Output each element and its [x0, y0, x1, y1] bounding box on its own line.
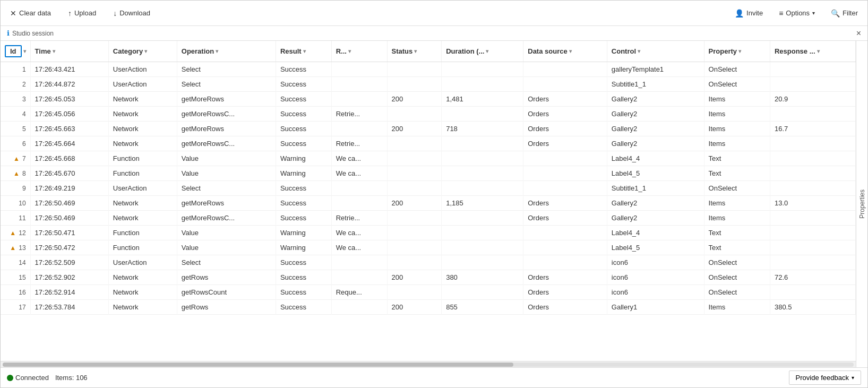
col-id[interactable]: Id ▾: [1, 41, 30, 62]
data-table-wrapper[interactable]: Id ▾ Time ▾: [1, 41, 856, 361]
cell-datasource: [523, 166, 607, 181]
cell-response: [770, 136, 855, 151]
cell-duration: [442, 151, 523, 166]
cell-control: Gallery2: [607, 136, 704, 151]
invite-button[interactable]: 👤 Invite: [732, 7, 766, 20]
table-row[interactable]: 1717:26:53.784NetworkgetRowsSuccess20085…: [1, 300, 856, 315]
cell-datasource: Orders: [523, 211, 607, 226]
cell-control: galleryTemplate1: [607, 62, 704, 77]
operation-header-label: Operation: [182, 47, 214, 55]
datasource-header-label: Data source: [528, 47, 567, 55]
cell-datasource: Orders: [523, 136, 607, 151]
cell-property: OnSelect: [704, 255, 770, 270]
col-property[interactable]: Property ▾: [704, 41, 770, 62]
table-row[interactable]: 1617:26:52.914NetworkgetRowsCountSuccess…: [1, 285, 856, 300]
table-row[interactable]: 417:26:45.056NetworkgetMoreRowsC...Succe…: [1, 107, 856, 122]
cell-status: [387, 136, 442, 151]
connected-badge: Connected: [7, 374, 49, 382]
table-row[interactable]: 317:26:45.053NetworkgetMoreRowsSuccess20…: [1, 92, 856, 107]
upload-button[interactable]: ↑ Upload: [65, 7, 99, 20]
col-time[interactable]: Time ▾: [30, 41, 108, 62]
cell-status: [387, 285, 442, 300]
table-row[interactable]: 517:26:45.663NetworkgetMoreRowsSuccess20…: [1, 122, 856, 136]
table-row[interactable]: ▲1217:26:50.471FunctionValueWarningWe ca…: [1, 226, 856, 240]
cell-operation: getMoreRowsC...: [177, 136, 276, 151]
cell-response: 380.5: [770, 300, 855, 315]
cell-operation: getMoreRowsC...: [177, 107, 276, 122]
col-status[interactable]: Status ▾: [387, 41, 442, 62]
filter-button[interactable]: 🔍 Filter: [828, 7, 861, 20]
warning-icon: ▲: [10, 244, 16, 252]
cell-id: 1: [1, 62, 30, 77]
id-header-label: Id: [5, 45, 22, 57]
cell-status: 200: [387, 92, 442, 107]
cell-duration: 380: [442, 270, 523, 285]
control-sort-icon: ▾: [638, 48, 640, 54]
r-header-label: R...: [336, 47, 347, 55]
cell-result: Success: [276, 300, 331, 315]
properties-sidebar[interactable]: Properties: [856, 41, 867, 367]
table-row[interactable]: 917:26:49.219UserActionSelectSuccessSubt…: [1, 181, 856, 196]
cell-duration: [442, 211, 523, 226]
table-row[interactable]: ▲1317:26:50.472FunctionValueWarningWe ca…: [1, 240, 856, 255]
clear-data-button[interactable]: ✕ Clear data: [7, 7, 54, 20]
cell-response: [770, 77, 855, 92]
col-operation[interactable]: Operation ▾: [177, 41, 276, 62]
download-icon: ↓: [113, 9, 117, 18]
cell-status: [387, 240, 442, 255]
cell-datasource: Orders: [523, 285, 607, 300]
clear-data-label: Clear data: [19, 9, 51, 17]
col-r[interactable]: R... ▾: [331, 41, 387, 62]
status-header-label: Status: [392, 47, 413, 55]
invite-label: Invite: [746, 9, 763, 17]
table-row[interactable]: ▲717:26:45.668FunctionValueWarningWe ca.…: [1, 151, 856, 166]
cell-status: [387, 166, 442, 181]
cell-time: 17:26:52.509: [30, 255, 108, 270]
table-row[interactable]: 1517:26:52.902NetworkgetRowsSuccess20038…: [1, 270, 856, 285]
feedback-label: Provide feedback: [796, 374, 849, 382]
cell-duration: [442, 166, 523, 181]
cell-id: 9: [1, 181, 30, 196]
cell-time: 17:26:50.472: [30, 240, 108, 255]
cell-control: Label4_4: [607, 226, 704, 240]
cell-status: [387, 211, 442, 226]
table-row[interactable]: 117:26:43.421UserActionSelectSuccessgall…: [1, 62, 856, 77]
col-response[interactable]: Response ... ▾: [770, 41, 855, 62]
table-row[interactable]: 1017:26:50.469NetworkgetMoreRowsSuccess2…: [1, 196, 856, 211]
session-label: ℹ Studio session: [7, 29, 54, 37]
cell-id: 15: [1, 270, 30, 285]
cell-duration: [442, 255, 523, 270]
cell-operation: getRowsCount: [177, 285, 276, 300]
cell-status: [387, 226, 442, 240]
cell-control: Gallery2: [607, 196, 704, 211]
close-session-button[interactable]: ×: [856, 29, 861, 38]
provide-feedback-button[interactable]: Provide feedback ▾: [789, 370, 861, 385]
cell-operation: Select: [177, 255, 276, 270]
cell-datasource: Orders: [523, 122, 607, 136]
col-result[interactable]: Result ▾: [276, 41, 331, 62]
table-row[interactable]: ▲817:26:45.670FunctionValueWarningWe ca.…: [1, 166, 856, 181]
horizontal-scrollbar[interactable]: [1, 361, 856, 367]
col-control[interactable]: Control ▾: [607, 41, 704, 62]
cell-id: 16: [1, 285, 30, 300]
scrollbar-track: [3, 363, 854, 367]
cell-category: Network: [108, 107, 177, 122]
table-row[interactable]: 217:26:44.872UserActionSelectSuccessSubt…: [1, 77, 856, 92]
download-button[interactable]: ↓ Download: [110, 7, 153, 20]
col-datasource[interactable]: Data source ▾: [523, 41, 607, 62]
table-row[interactable]: 617:26:45.664NetworkgetMoreRowsC...Succe…: [1, 136, 856, 151]
cell-control: icon6: [607, 270, 704, 285]
col-category[interactable]: Category ▾: [108, 41, 177, 62]
cell-response: [770, 181, 855, 196]
table-row[interactable]: 1117:26:50.469NetworkgetMoreRowsC...Succ…: [1, 211, 856, 226]
options-button[interactable]: ≡ Options ▾: [776, 7, 818, 20]
cell-category: UserAction: [108, 181, 177, 196]
cell-response: [770, 166, 855, 181]
table-row[interactable]: 1417:26:52.509UserActionSelectSuccessico…: [1, 255, 856, 270]
cell-category: Function: [108, 151, 177, 166]
cell-datasource: [523, 181, 607, 196]
col-duration[interactable]: Duration (... ▾: [442, 41, 523, 62]
cell-control: Label4_5: [607, 166, 704, 181]
cell-duration: 1,481: [442, 92, 523, 107]
cell-status: 200: [387, 270, 442, 285]
